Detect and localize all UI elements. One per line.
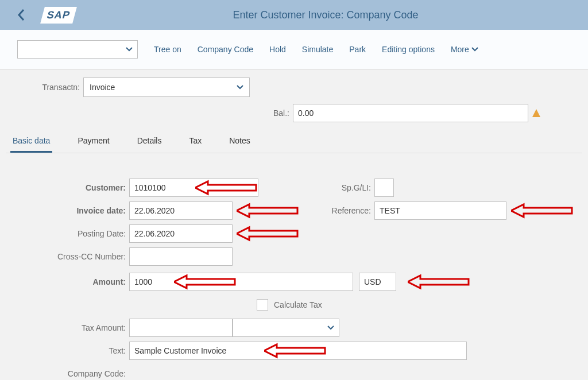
balance-label: Bal.: — [6, 108, 293, 118]
company-code-label: Company Code: — [11, 369, 129, 378]
tax-code-select[interactable] — [233, 319, 339, 337]
reference-label: Reference: — [319, 206, 374, 215]
amount-input[interactable]: 1000 — [129, 273, 353, 291]
balance-row: Bal.: 0.00 — [6, 104, 582, 122]
posting-date-input[interactable]: 22.06.2020 — [129, 224, 233, 243]
chevron-down-icon — [471, 47, 478, 52]
tax-amount-label: Tax Amount: — [11, 323, 129, 332]
editing-options-button[interactable]: Editing options — [382, 45, 435, 54]
tab-notes[interactable]: Notes — [227, 130, 253, 153]
arrow-annotation — [511, 203, 574, 219]
tabs: Basic data Payment Details Tax Notes — [6, 130, 582, 153]
text-label: Text: — [11, 346, 129, 355]
tree-on-button[interactable]: Tree on — [154, 45, 181, 54]
invoice-date-input[interactable]: 22.06.2020 — [129, 201, 233, 220]
balance-warning-icon — [532, 108, 541, 118]
more-label: More — [451, 45, 469, 54]
transaction-value: Invoice — [90, 83, 115, 92]
customer-input[interactable]: 1010100 — [129, 179, 258, 197]
sap-logo: SAP — [42, 7, 75, 24]
tax-amount-row: Tax Amount: — [11, 316, 577, 339]
simulate-button[interactable]: Simulate — [302, 45, 333, 54]
main-area: Transactn: Invoice Bal.: 0.00 Basic data… — [0, 69, 588, 380]
invoice-date-row: Invoice date: 22.06.2020 Reference: TEST — [11, 199, 577, 222]
chevron-down-icon — [126, 47, 133, 52]
tab-details[interactable]: Details — [135, 130, 164, 153]
text-row: Text: Sample Customer Invoice — [11, 339, 577, 362]
cross-cc-label: Cross-CC Number: — [11, 252, 129, 261]
basic-data-form: Customer: 1010100 Sp.G/LI: Invoice date:… — [6, 153, 582, 380]
text-input[interactable]: Sample Customer Invoice — [129, 342, 467, 360]
back-button[interactable] — [11, 3, 31, 27]
park-button[interactable]: Park — [349, 45, 366, 54]
tab-payment[interactable]: Payment — [75, 130, 111, 153]
page-title: Enter Customer Invoice: Company Code — [75, 9, 577, 21]
arrow-annotation — [237, 203, 300, 219]
transaction-select[interactable]: Invoice — [83, 77, 250, 97]
arrow-annotation — [237, 226, 300, 242]
currency-input[interactable]: USD — [359, 273, 396, 291]
posting-date-value: 22.06.2020 — [134, 229, 175, 238]
customer-row: Customer: 1010100 Sp.G/LI: — [11, 176, 577, 199]
transaction-row: Transactn: Invoice — [6, 77, 582, 97]
amount-row: Amount: 1000 USD — [11, 270, 577, 293]
amount-value: 1000 — [134, 277, 152, 286]
header-bar: SAP Enter Customer Invoice: Company Code — [0, 0, 588, 30]
invoice-date-label: Invoice date: — [11, 206, 129, 215]
transaction-label: Transactn: — [6, 83, 83, 92]
text-value: Sample Customer Invoice — [134, 346, 226, 355]
amount-label: Amount: — [11, 277, 129, 286]
arrow-annotation — [408, 274, 471, 290]
calculate-tax-checkbox[interactable] — [257, 299, 268, 311]
customer-label: Customer: — [11, 183, 129, 192]
company-code-button[interactable]: Company Code — [198, 45, 253, 54]
calc-tax-row: Calculate Tax — [11, 293, 577, 316]
company-code-row: Company Code: — [11, 362, 577, 380]
toolbar: Tree on Company Code Hold Simulate Park … — [0, 30, 588, 69]
posting-date-label: Posting Date: — [11, 229, 129, 238]
tab-tax[interactable]: Tax — [187, 130, 204, 153]
spgl-label: Sp.G/LI: — [319, 183, 374, 192]
tax-amount-input[interactable] — [129, 319, 233, 337]
chevron-left-icon — [17, 9, 25, 21]
hold-button[interactable]: Hold — [269, 45, 286, 54]
tab-basic-data[interactable]: Basic data — [10, 130, 52, 153]
balance-value: 0.00 — [298, 108, 314, 118]
invoice-date-value: 22.06.2020 — [134, 206, 175, 215]
balance-input[interactable]: 0.00 — [293, 104, 528, 122]
posting-date-row: Posting Date: 22.06.2020 — [11, 222, 577, 245]
toolbar-search-combo[interactable] — [17, 40, 138, 59]
sap-logo-text: SAP — [40, 7, 77, 24]
reference-input[interactable]: TEST — [374, 201, 506, 220]
reference-value: TEST — [380, 206, 400, 215]
chevron-down-icon — [327, 325, 334, 330]
spgl-input[interactable] — [374, 179, 394, 197]
cross-cc-row: Cross-CC Number: — [11, 245, 577, 268]
chevron-down-icon — [237, 85, 243, 90]
more-button[interactable]: More — [451, 45, 478, 54]
calculate-tax-label: Calculate Tax — [274, 300, 322, 309]
customer-value: 1010100 — [134, 183, 166, 192]
cross-cc-input[interactable] — [129, 247, 233, 266]
currency-value: USD — [364, 277, 381, 286]
